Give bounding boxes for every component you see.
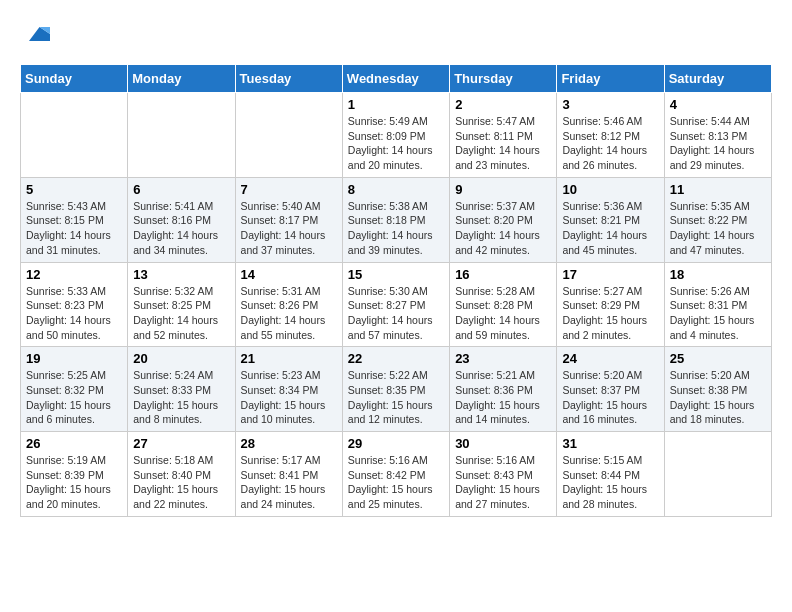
day-info: Sunrise: 5:18 AM Sunset: 8:40 PM Dayligh… [133,453,229,512]
calendar-day-26: 26Sunrise: 5:19 AM Sunset: 8:39 PM Dayli… [21,432,128,517]
day-info: Sunrise: 5:15 AM Sunset: 8:44 PM Dayligh… [562,453,658,512]
day-number: 31 [562,436,658,451]
day-number: 6 [133,182,229,197]
calendar-week-row: 5Sunrise: 5:43 AM Sunset: 8:15 PM Daylig… [21,177,772,262]
calendar-day-27: 27Sunrise: 5:18 AM Sunset: 8:40 PM Dayli… [128,432,235,517]
day-number: 9 [455,182,551,197]
calendar-day-4: 4Sunrise: 5:44 AM Sunset: 8:13 PM Daylig… [664,93,771,178]
day-number: 5 [26,182,122,197]
day-number: 29 [348,436,444,451]
empty-cell [21,93,128,178]
calendar-day-18: 18Sunrise: 5:26 AM Sunset: 8:31 PM Dayli… [664,262,771,347]
empty-cell [664,432,771,517]
day-number: 15 [348,267,444,282]
day-number: 10 [562,182,658,197]
calendar-day-13: 13Sunrise: 5:32 AM Sunset: 8:25 PM Dayli… [128,262,235,347]
day-number: 25 [670,351,766,366]
calendar-day-11: 11Sunrise: 5:35 AM Sunset: 8:22 PM Dayli… [664,177,771,262]
calendar-day-10: 10Sunrise: 5:36 AM Sunset: 8:21 PM Dayli… [557,177,664,262]
weekday-header-tuesday: Tuesday [235,65,342,93]
day-number: 19 [26,351,122,366]
empty-cell [235,93,342,178]
day-number: 12 [26,267,122,282]
day-info: Sunrise: 5:37 AM Sunset: 8:20 PM Dayligh… [455,199,551,258]
calendar-day-8: 8Sunrise: 5:38 AM Sunset: 8:18 PM Daylig… [342,177,449,262]
calendar-week-row: 19Sunrise: 5:25 AM Sunset: 8:32 PM Dayli… [21,347,772,432]
logo [20,20,50,48]
day-number: 13 [133,267,229,282]
day-info: Sunrise: 5:22 AM Sunset: 8:35 PM Dayligh… [348,368,444,427]
day-info: Sunrise: 5:44 AM Sunset: 8:13 PM Dayligh… [670,114,766,173]
day-info: Sunrise: 5:36 AM Sunset: 8:21 PM Dayligh… [562,199,658,258]
day-number: 1 [348,97,444,112]
day-info: Sunrise: 5:40 AM Sunset: 8:17 PM Dayligh… [241,199,337,258]
calendar-week-row: 12Sunrise: 5:33 AM Sunset: 8:23 PM Dayli… [21,262,772,347]
calendar-day-20: 20Sunrise: 5:24 AM Sunset: 8:33 PM Dayli… [128,347,235,432]
logo-icon [22,20,50,48]
calendar-day-19: 19Sunrise: 5:25 AM Sunset: 8:32 PM Dayli… [21,347,128,432]
calendar-week-row: 26Sunrise: 5:19 AM Sunset: 8:39 PM Dayli… [21,432,772,517]
day-number: 27 [133,436,229,451]
calendar-day-12: 12Sunrise: 5:33 AM Sunset: 8:23 PM Dayli… [21,262,128,347]
calendar-day-31: 31Sunrise: 5:15 AM Sunset: 8:44 PM Dayli… [557,432,664,517]
day-info: Sunrise: 5:41 AM Sunset: 8:16 PM Dayligh… [133,199,229,258]
calendar-day-15: 15Sunrise: 5:30 AM Sunset: 8:27 PM Dayli… [342,262,449,347]
day-number: 8 [348,182,444,197]
day-info: Sunrise: 5:30 AM Sunset: 8:27 PM Dayligh… [348,284,444,343]
page-header [20,20,772,48]
calendar-day-5: 5Sunrise: 5:43 AM Sunset: 8:15 PM Daylig… [21,177,128,262]
day-number: 7 [241,182,337,197]
weekday-header-wednesday: Wednesday [342,65,449,93]
day-info: Sunrise: 5:32 AM Sunset: 8:25 PM Dayligh… [133,284,229,343]
day-number: 18 [670,267,766,282]
day-info: Sunrise: 5:28 AM Sunset: 8:28 PM Dayligh… [455,284,551,343]
calendar-day-30: 30Sunrise: 5:16 AM Sunset: 8:43 PM Dayli… [450,432,557,517]
weekday-header-friday: Friday [557,65,664,93]
day-info: Sunrise: 5:16 AM Sunset: 8:43 PM Dayligh… [455,453,551,512]
day-number: 2 [455,97,551,112]
day-info: Sunrise: 5:49 AM Sunset: 8:09 PM Dayligh… [348,114,444,173]
day-info: Sunrise: 5:17 AM Sunset: 8:41 PM Dayligh… [241,453,337,512]
calendar-day-1: 1Sunrise: 5:49 AM Sunset: 8:09 PM Daylig… [342,93,449,178]
day-number: 17 [562,267,658,282]
day-info: Sunrise: 5:20 AM Sunset: 8:38 PM Dayligh… [670,368,766,427]
weekday-header-saturday: Saturday [664,65,771,93]
calendar-day-25: 25Sunrise: 5:20 AM Sunset: 8:38 PM Dayli… [664,347,771,432]
calendar-day-6: 6Sunrise: 5:41 AM Sunset: 8:16 PM Daylig… [128,177,235,262]
day-number: 26 [26,436,122,451]
day-info: Sunrise: 5:19 AM Sunset: 8:39 PM Dayligh… [26,453,122,512]
calendar-day-24: 24Sunrise: 5:20 AM Sunset: 8:37 PM Dayli… [557,347,664,432]
weekday-header-monday: Monday [128,65,235,93]
calendar-day-17: 17Sunrise: 5:27 AM Sunset: 8:29 PM Dayli… [557,262,664,347]
day-number: 4 [670,97,766,112]
weekday-header-sunday: Sunday [21,65,128,93]
day-number: 28 [241,436,337,451]
day-info: Sunrise: 5:35 AM Sunset: 8:22 PM Dayligh… [670,199,766,258]
calendar-day-2: 2Sunrise: 5:47 AM Sunset: 8:11 PM Daylig… [450,93,557,178]
calendar-day-7: 7Sunrise: 5:40 AM Sunset: 8:17 PM Daylig… [235,177,342,262]
empty-cell [128,93,235,178]
day-number: 30 [455,436,551,451]
calendar-day-3: 3Sunrise: 5:46 AM Sunset: 8:12 PM Daylig… [557,93,664,178]
calendar-day-21: 21Sunrise: 5:23 AM Sunset: 8:34 PM Dayli… [235,347,342,432]
day-info: Sunrise: 5:23 AM Sunset: 8:34 PM Dayligh… [241,368,337,427]
calendar-day-16: 16Sunrise: 5:28 AM Sunset: 8:28 PM Dayli… [450,262,557,347]
day-info: Sunrise: 5:33 AM Sunset: 8:23 PM Dayligh… [26,284,122,343]
weekday-header-thursday: Thursday [450,65,557,93]
calendar-day-23: 23Sunrise: 5:21 AM Sunset: 8:36 PM Dayli… [450,347,557,432]
calendar-day-22: 22Sunrise: 5:22 AM Sunset: 8:35 PM Dayli… [342,347,449,432]
day-info: Sunrise: 5:43 AM Sunset: 8:15 PM Dayligh… [26,199,122,258]
day-info: Sunrise: 5:25 AM Sunset: 8:32 PM Dayligh… [26,368,122,427]
calendar-week-row: 1Sunrise: 5:49 AM Sunset: 8:09 PM Daylig… [21,93,772,178]
day-number: 3 [562,97,658,112]
day-number: 14 [241,267,337,282]
day-number: 21 [241,351,337,366]
day-info: Sunrise: 5:47 AM Sunset: 8:11 PM Dayligh… [455,114,551,173]
weekday-header-row: SundayMondayTuesdayWednesdayThursdayFrid… [21,65,772,93]
day-number: 11 [670,182,766,197]
calendar-day-9: 9Sunrise: 5:37 AM Sunset: 8:20 PM Daylig… [450,177,557,262]
day-info: Sunrise: 5:20 AM Sunset: 8:37 PM Dayligh… [562,368,658,427]
day-info: Sunrise: 5:46 AM Sunset: 8:12 PM Dayligh… [562,114,658,173]
day-info: Sunrise: 5:27 AM Sunset: 8:29 PM Dayligh… [562,284,658,343]
day-info: Sunrise: 5:26 AM Sunset: 8:31 PM Dayligh… [670,284,766,343]
